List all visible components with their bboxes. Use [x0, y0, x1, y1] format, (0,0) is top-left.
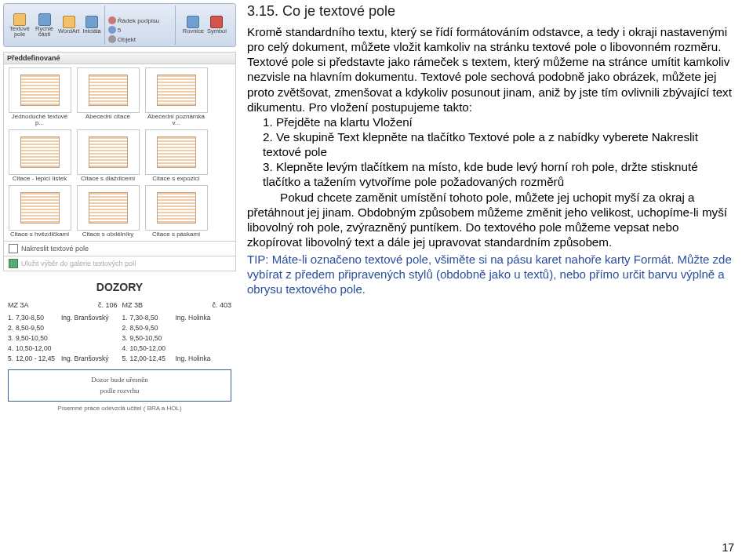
- dozory-footer: Písemné práce odevzdá učitel ( BRA a HOL…: [8, 405, 231, 412]
- left-image-column: Textové pole Rychlé části WordArt Iniciá…: [0, 0, 239, 560]
- ribbon-btn-equation[interactable]: Rovnice: [183, 16, 204, 35]
- gallery-thumb[interactable]: Citace - lepicí lístek: [7, 129, 72, 182]
- page-number: 17: [722, 541, 734, 554]
- gallery-thumb[interactable]: Citace s expozicí: [144, 129, 209, 182]
- gallery-thumb[interactable]: Citace s obdélníky: [75, 185, 140, 238]
- step-3: 3. Klepněte levým tlačítkem na místo, kd…: [263, 159, 734, 189]
- gallery-thumb[interactable]: Citace s hvězdičkami: [7, 185, 72, 238]
- ribbon-btn-wordart[interactable]: WordArt: [58, 16, 79, 35]
- ribbon-btn-object[interactable]: Objekt: [108, 35, 136, 43]
- dozory-row: 5.12,00-12,45Ing. Holinka: [122, 355, 232, 362]
- step-2: 2. Ve skupině Text klepněte na tlačítko …: [263, 129, 734, 159]
- dozory-row: 5.12,00 - 12,45Ing. Branšovský: [8, 355, 118, 362]
- textbox-gallery: Předdefinované Jednoduché textové p...Ab…: [3, 52, 236, 271]
- ribbon: Textové pole Rychlé části WordArt Iniciá…: [3, 3, 236, 47]
- dozory-row: 3.9,50-10,50: [122, 334, 232, 342]
- dozory-row: 1.7,30-8,50Ing. Holinka: [122, 314, 232, 322]
- paragraph-1: Kromě standardního textu, který se řídí …: [247, 24, 734, 115]
- dozory-row: 2.8,50-9,50: [8, 324, 118, 332]
- ribbon-btn-signature[interactable]: Řádek podpisu: [108, 16, 159, 24]
- dozory-col-1: MZ 3Ač. 106 1.7,30-8,50Ing. Branšovský2.…: [8, 301, 118, 365]
- gallery-thumb[interactable]: Citace s dlaždicemi: [75, 129, 140, 182]
- ribbon-btn-textbox[interactable]: Textové pole: [9, 13, 31, 38]
- step-1: 1. Přejděte na klartu Vložení: [263, 115, 734, 129]
- gallery-header: Předdefinované: [3, 52, 236, 64]
- dozory-note: Dozor bude uřesněn podle rozvrhu: [8, 369, 231, 402]
- ribbon-btn-datetime[interactable]: 5: [108, 26, 121, 34]
- dozory-row: 1.7,30-8,50Ing. Branšovský: [8, 314, 118, 322]
- document-text: 3.15. Co je textové pole Kromě standardn…: [239, 0, 753, 560]
- dozory-row: 3.9,50-10,50: [8, 334, 118, 342]
- gallery-thumb[interactable]: Abecední citace: [75, 67, 140, 126]
- dozory-document: DOZORY MZ 3Ač. 106 1.7,30-8,50Ing. Branš…: [3, 278, 236, 415]
- section-title: 3.15. Co je textové pole: [247, 3, 734, 20]
- ribbon-btn-quickparts[interactable]: Rychlé části: [34, 13, 55, 38]
- dozory-row: 4.10,50-12,00: [122, 344, 232, 352]
- dozory-row: 2.8,50-9,50: [122, 324, 232, 332]
- gallery-save-selection[interactable]: Uložit výběr do galerie textových polí: [3, 256, 236, 271]
- gallery-draw-textbox[interactable]: Nakreslit textové pole: [3, 242, 236, 256]
- dozory-title: DOZORY: [8, 281, 231, 293]
- step-3-sub: Pokud chcete zaměnit umístění tohoto pol…: [247, 190, 734, 250]
- gallery-thumb[interactable]: Jednoduché textové p...: [7, 67, 72, 126]
- dozory-row: 4.10,50-12,00: [8, 344, 118, 352]
- gallery-thumb[interactable]: Abecední poznámka v...: [144, 67, 209, 126]
- tip-paragraph: TIP: Máte-li označeno textové pole, všim…: [247, 252, 734, 297]
- gallery-thumb[interactable]: Citace s páskami: [144, 185, 209, 238]
- ribbon-btn-dropcap[interactable]: Iniciála: [82, 16, 100, 35]
- dozory-col-2: MZ 3Bč. 403 1.7,30-8,50Ing. Holinka2.8,5…: [122, 301, 232, 365]
- ribbon-btn-symbol[interactable]: Symbol: [207, 16, 227, 35]
